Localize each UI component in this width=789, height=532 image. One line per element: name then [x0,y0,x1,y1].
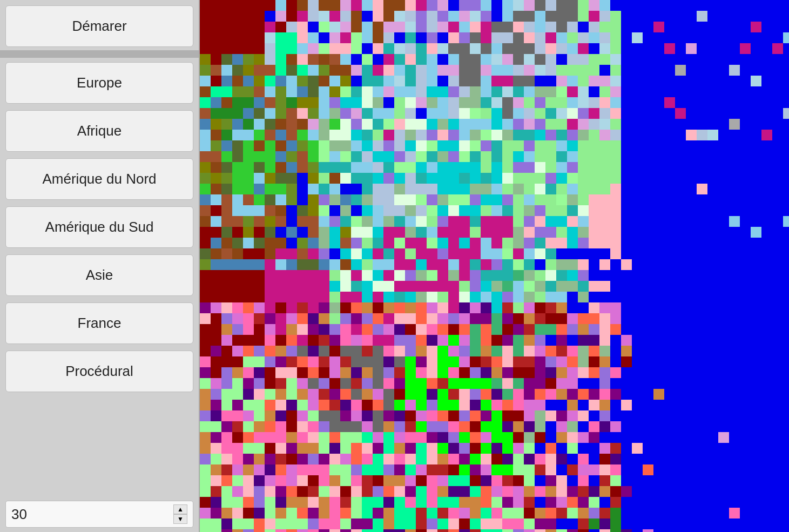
demarrer-button[interactable]: Démarer [5,5,193,47]
map-area [200,0,789,532]
stepper-down[interactable]: ▼ [173,514,187,524]
stepper: ▲ ▼ [173,504,187,524]
procedural-button[interactable]: Procédural [5,351,193,392]
sidebar: Démarer Europe Afrique Amérique du Nord … [0,0,200,532]
divider [0,50,199,58]
map-canvas [200,0,789,532]
number-input-row: ▲ ▼ [5,501,193,528]
asie-button[interactable]: Asie [5,254,193,296]
stepper-up[interactable]: ▲ [173,504,187,514]
number-input[interactable] [11,506,170,523]
france-button[interactable]: France [5,302,193,344]
amerique-nord-button[interactable]: Amérique du Nord [5,158,193,200]
afrique-button[interactable]: Afrique [5,110,193,152]
amerique-sud-button[interactable]: Amérique du Sud [5,206,193,248]
europe-button[interactable]: Europe [5,62,193,104]
